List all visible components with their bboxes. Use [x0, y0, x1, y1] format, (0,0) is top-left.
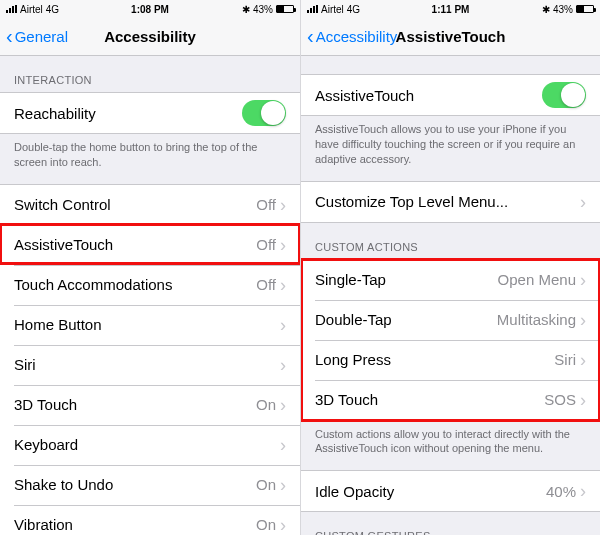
row-label: 3D Touch	[315, 391, 544, 408]
row-customize-top-level[interactable]: Customize Top Level Menu... ›	[301, 182, 600, 222]
row-value: On	[256, 516, 276, 533]
row-value: Multitasking	[497, 311, 576, 328]
row-idle-opacity[interactable]: Idle Opacity 40% ›	[301, 471, 600, 511]
row-label: Long Press	[315, 351, 554, 368]
row-double-tap[interactable]: Double-Tap Multitasking ›	[301, 300, 600, 340]
toggle-reachability[interactable]	[242, 100, 286, 126]
interaction-rows-group: Switch Control Off › AssistiveTouch Off …	[0, 184, 300, 535]
back-button[interactable]: ‹ General	[6, 28, 68, 46]
chevron-right-icon: ›	[280, 196, 286, 214]
screen-assistivetouch: Airtel 4G 1:11 PM ✱ 43% ‹ Accessibility …	[300, 0, 600, 535]
row-value: Open Menu	[498, 271, 576, 288]
row-label: Shake to Undo	[14, 476, 256, 493]
status-bar: Airtel 4G 1:11 PM ✱ 43%	[301, 0, 600, 18]
chevron-right-icon: ›	[280, 316, 286, 334]
status-bar: Airtel 4G 1:08 PM ✱ 43%	[0, 0, 300, 18]
nav-bar: ‹ Accessibility AssistiveTouch	[301, 18, 600, 56]
row-value: On	[256, 396, 276, 413]
row-assistivetouch-toggle[interactable]: AssistiveTouch	[301, 75, 600, 115]
row-value: Off	[256, 276, 276, 293]
chevron-right-icon: ›	[280, 236, 286, 254]
row-label: Customize Top Level Menu...	[315, 193, 580, 210]
chevron-right-icon: ›	[280, 276, 286, 294]
back-label: Accessibility	[316, 28, 398, 45]
chevron-left-icon: ‹	[307, 26, 314, 46]
row-home-button[interactable]: Home Button ›	[0, 305, 300, 345]
screen-accessibility: Airtel 4G 1:08 PM ✱ 43% ‹ General Access…	[0, 0, 300, 535]
section-header-custom-gestures: CUSTOM GESTURES	[301, 512, 600, 535]
battery-icon	[576, 5, 594, 13]
section-header-custom-actions: CUSTOM ACTIONS	[301, 223, 600, 259]
clock: 1:08 PM	[0, 4, 300, 15]
section-footer: AssistiveTouch allows you to use your iP…	[301, 116, 600, 181]
custom-actions-group: Single-Tap Open Menu › Double-Tap Multit…	[301, 259, 600, 421]
nav-bar: ‹ General Accessibility	[0, 18, 300, 56]
row-value: On	[256, 476, 276, 493]
row-3d-touch[interactable]: 3D Touch On ›	[0, 385, 300, 425]
chevron-right-icon: ›	[580, 351, 586, 369]
chevron-right-icon: ›	[580, 311, 586, 329]
row-label: Keyboard	[14, 436, 280, 453]
chevron-left-icon: ‹	[6, 26, 13, 46]
row-label: Touch Accommodations	[14, 276, 256, 293]
row-siri[interactable]: Siri ›	[0, 345, 300, 385]
row-assistivetouch[interactable]: AssistiveTouch Off ›	[0, 225, 300, 265]
row-value: 40%	[546, 483, 576, 500]
row-label: AssistiveTouch	[315, 87, 542, 104]
row-label: Single-Tap	[315, 271, 498, 288]
row-label: Reachability	[14, 105, 242, 122]
chevron-right-icon: ›	[280, 476, 286, 494]
row-touch-accommodations[interactable]: Touch Accommodations Off ›	[0, 265, 300, 305]
chevron-right-icon: ›	[280, 516, 286, 534]
chevron-right-icon: ›	[580, 193, 586, 211]
chevron-right-icon: ›	[580, 482, 586, 500]
back-label: General	[15, 28, 68, 45]
row-label: Vibration	[14, 516, 256, 533]
content: AssistiveTouch AssistiveTouch allows you…	[301, 56, 600, 535]
clock: 1:11 PM	[301, 4, 600, 15]
row-value: Siri	[554, 351, 576, 368]
row-keyboard[interactable]: Keyboard ›	[0, 425, 300, 465]
row-label: Double-Tap	[315, 311, 497, 328]
chevron-right-icon: ›	[580, 391, 586, 409]
content: INTERACTION Reachability Double-tap the …	[0, 56, 300, 535]
chevron-right-icon: ›	[280, 396, 286, 414]
row-label: Siri	[14, 356, 280, 373]
row-label: Home Button	[14, 316, 280, 333]
section-footer: Custom actions allow you to interact dir…	[301, 421, 600, 471]
chevron-right-icon: ›	[280, 436, 286, 454]
row-label: Idle Opacity	[315, 483, 546, 500]
row-vibration[interactable]: Vibration On ›	[0, 505, 300, 535]
toggle-assistivetouch[interactable]	[542, 82, 586, 108]
battery-icon	[276, 5, 294, 13]
chevron-right-icon: ›	[280, 356, 286, 374]
row-value: SOS	[544, 391, 576, 408]
row-value: Off	[256, 236, 276, 253]
row-reachability[interactable]: Reachability	[0, 93, 300, 133]
chevron-right-icon: ›	[580, 271, 586, 289]
row-switch-control[interactable]: Switch Control Off ›	[0, 185, 300, 225]
section-footer: Double-tap the home button to bring the …	[0, 134, 300, 184]
row-3d-touch-action[interactable]: 3D Touch SOS ›	[301, 380, 600, 420]
row-label: 3D Touch	[14, 396, 256, 413]
section-header-interaction: INTERACTION	[0, 56, 300, 92]
back-button[interactable]: ‹ Accessibility	[307, 28, 397, 46]
row-shake-to-undo[interactable]: Shake to Undo On ›	[0, 465, 300, 505]
row-label: Switch Control	[14, 196, 256, 213]
row-value: Off	[256, 196, 276, 213]
row-long-press[interactable]: Long Press Siri ›	[301, 340, 600, 380]
row-label: AssistiveTouch	[14, 236, 256, 253]
row-single-tap[interactable]: Single-Tap Open Menu ›	[301, 260, 600, 300]
